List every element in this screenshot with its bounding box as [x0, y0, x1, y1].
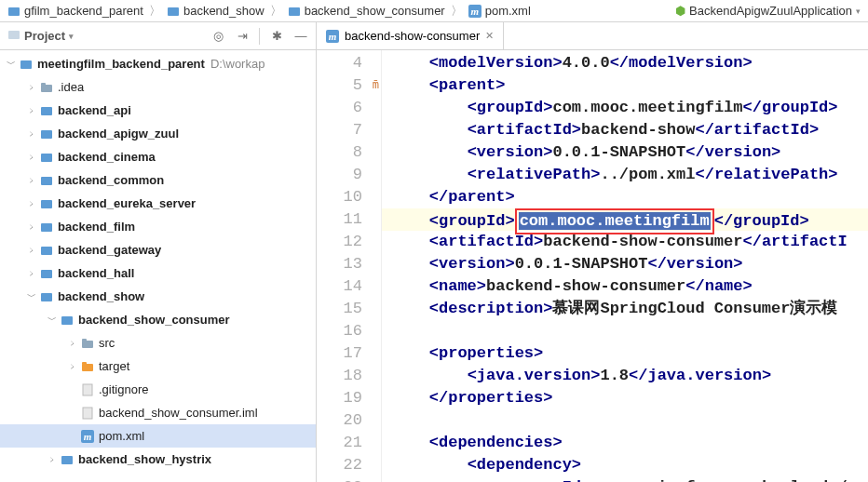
line-number[interactable]: 17: [317, 342, 381, 365]
select-opened-file-icon[interactable]: ◎: [210, 29, 225, 44]
tree-item[interactable]: ﹥backend_api: [0, 99, 316, 122]
close-icon[interactable]: ✕: [485, 30, 494, 42]
module-icon: [39, 150, 54, 165]
breadcrumb-item[interactable]: mpom.xml: [468, 4, 531, 18]
tree-item[interactable]: mpom.xml: [0, 424, 316, 448]
line-number[interactable]: 13: [317, 253, 381, 275]
expander-icon[interactable]: ﹥: [24, 81, 39, 94]
svg-rect-16: [61, 316, 73, 325]
expander-icon[interactable]: ﹥: [65, 337, 80, 350]
line-number[interactable]: 12: [317, 231, 381, 253]
code-line[interactable]: [382, 320, 868, 342]
line-number[interactable]: 18: [317, 365, 381, 387]
code-line[interactable]: <modelVersion>4.0.0</modelVersion>: [382, 52, 868, 74]
gutter[interactable]: 45m̄67891011121314151617181920212223: [317, 50, 382, 482]
expander-icon[interactable]: ﹥: [45, 453, 60, 466]
tree-root[interactable]: ﹀ meetingfilm_backend_parent D:\workap: [0, 52, 316, 75]
editor-tabs: m backend-show-consumer ✕: [317, 22, 868, 50]
svg-rect-12: [41, 223, 52, 232]
line-number[interactable]: 20: [317, 409, 381, 432]
tree-item[interactable]: ﹥backend_eureka_server: [0, 192, 316, 215]
line-number[interactable]: 11: [317, 208, 381, 231]
expander-icon[interactable]: ﹥: [24, 127, 39, 141]
tree-item[interactable]: ﹥.idea: [0, 75, 316, 99]
line-number[interactable]: 22: [317, 454, 381, 476]
hide-icon[interactable]: —: [293, 29, 308, 44]
tree-item[interactable]: ﹥target: [0, 355, 316, 378]
project-view-combo[interactable]: Project ▾: [7, 28, 74, 44]
code-line[interactable]: <artifactId>backend-show-consumer</artif…: [382, 231, 868, 253]
project-tree[interactable]: ﹀ meetingfilm_backend_parent D:\workap ﹥…: [0, 50, 316, 482]
gutter-marker-icon[interactable]: m̄: [373, 74, 379, 97]
expander-icon[interactable]: ﹥: [24, 174, 39, 187]
line-number[interactable]: 8: [317, 141, 381, 164]
expander-icon[interactable]: ﹥: [24, 221, 39, 234]
tree-item[interactable]: backend_show_consumer.iml: [0, 401, 316, 424]
code-line[interactable]: <dependencies>: [382, 432, 868, 454]
breadcrumb-item[interactable]: gfilm_backend_parent: [7, 4, 143, 18]
project-tool-window: Project ▾ ◎ ⇥ ✱ — ﹀ meetingfilm_backend_…: [0, 22, 317, 482]
tree-item[interactable]: .gitignore: [0, 378, 316, 401]
line-number[interactable]: 15: [317, 298, 381, 320]
module-icon: [7, 5, 20, 18]
expander-icon[interactable]: ﹥: [24, 244, 39, 257]
code-line[interactable]: <artifactId>backend-show</artifactId>: [382, 119, 868, 141]
code-line[interactable]: <parent>: [382, 74, 868, 97]
code-line[interactable]: </parent>: [382, 186, 868, 208]
tree-item[interactable]: ﹥backend_common: [0, 168, 316, 192]
line-number[interactable]: 21: [317, 432, 381, 454]
code-line[interactable]: <groupId>org.springframework.cloud</: [382, 476, 868, 482]
line-number[interactable]: 6: [317, 97, 381, 119]
code-line[interactable]: <java.version>1.8</java.version>: [382, 365, 868, 387]
code-line[interactable]: <name>backend-show-consumer</name>: [382, 275, 868, 298]
code-content[interactable]: <modelVersion>4.0.0</modelVersion> <pare…: [382, 50, 868, 482]
tree-item[interactable]: ﹥backend_apigw_zuul: [0, 122, 316, 145]
editor-tab[interactable]: m backend-show-consumer ✕: [317, 22, 504, 49]
code-line[interactable]: <version>0.0.1-SNAPSHOT</version>: [382, 141, 868, 164]
line-number[interactable]: 10: [317, 186, 381, 208]
line-number[interactable]: 23: [317, 476, 381, 482]
line-number[interactable]: 9: [317, 164, 381, 186]
line-number[interactable]: 7: [317, 119, 381, 141]
tree-item[interactable]: ﹥backend_gateway: [0, 238, 316, 261]
tree-item[interactable]: ﹀backend_show: [0, 285, 316, 308]
tree-label: backend_show_consumer: [78, 313, 230, 327]
code-line[interactable]: <groupId>com.mooc.meetingfilm</groupId>: [382, 97, 868, 119]
line-number[interactable]: 4: [317, 52, 381, 74]
code-line[interactable]: <relativePath>../pom.xml</relativePath>: [382, 164, 868, 186]
code-line[interactable]: <version>0.0.1-SNAPSHOT</version>: [382, 253, 868, 275]
expander-icon[interactable]: ﹀: [45, 314, 60, 327]
tree-item[interactable]: ﹥backend_hall: [0, 261, 316, 285]
expander-icon[interactable]: ﹀: [24, 290, 39, 303]
tree-label: backend_show: [58, 289, 144, 303]
code-line[interactable]: </properties>: [382, 387, 868, 409]
code-line[interactable]: <dependency>: [382, 454, 868, 476]
tree-item[interactable]: ﹀backend_show_consumer: [0, 308, 316, 331]
tree-item[interactable]: ﹥backend_cinema: [0, 145, 316, 168]
expander-icon[interactable]: ﹥: [24, 104, 39, 117]
tree-item[interactable]: ﹥backend_show_hystrix: [0, 448, 316, 471]
breadcrumb-item[interactable]: backend_show_consumer: [288, 4, 445, 18]
code-line[interactable]: <properties>: [382, 342, 868, 365]
code-line[interactable]: <groupId>com.mooc.meetingfilm</groupId>: [382, 208, 868, 231]
code-editor[interactable]: 45m̄67891011121314151617181920212223 <mo…: [317, 50, 868, 482]
code-line[interactable]: <description>慕课网SpringCloud Consumer演示模: [382, 298, 868, 320]
line-number[interactable]: 5m̄: [317, 74, 381, 97]
module-icon: [288, 5, 301, 18]
tree-item[interactable]: ﹥src: [0, 331, 316, 355]
code-line[interactable]: [382, 409, 868, 432]
expander-icon[interactable]: ﹥: [65, 360, 80, 373]
svg-rect-22: [83, 408, 92, 419]
collapse-all-icon[interactable]: ⇥: [235, 29, 250, 44]
line-number[interactable]: 16: [317, 320, 381, 342]
line-number[interactable]: 19: [317, 387, 381, 409]
expander-icon[interactable]: ﹀: [4, 58, 19, 71]
settings-icon[interactable]: ✱: [269, 29, 284, 44]
line-number[interactable]: 14: [317, 275, 381, 298]
expander-icon[interactable]: ﹥: [24, 197, 39, 210]
breadcrumb-item[interactable]: backend_show: [167, 4, 264, 18]
tree-item[interactable]: ﹥backend_film: [0, 215, 316, 238]
expander-icon[interactable]: ﹥: [24, 267, 39, 280]
expander-icon[interactable]: ﹥: [24, 151, 39, 164]
run-configuration[interactable]: ⬢ BackendApigwZuulApplication ▾: [675, 4, 861, 18]
